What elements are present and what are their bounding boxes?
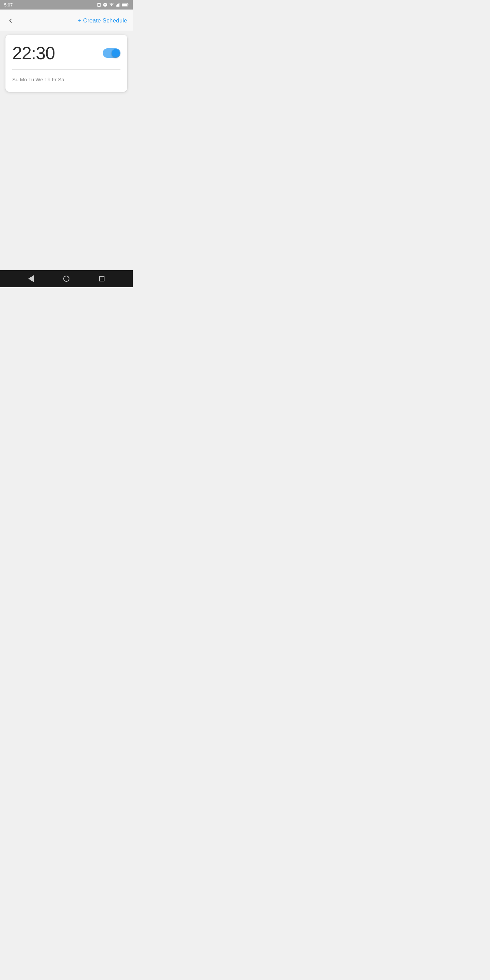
card-top-row: 22:30 [12,43,121,63]
back-button[interactable] [5,16,16,26]
back-arrow-icon [7,17,14,24]
svg-rect-9 [127,4,128,5]
signal-icon [116,3,121,7]
toggle-thumb [111,49,120,57]
svg-rect-4 [116,5,117,6]
nav-recents-button[interactable] [96,273,107,284]
dnd-icon [103,2,108,7]
top-navigation-bar: + Create Schedule [0,10,133,30]
days-row: Su Mo Tu We Th Fr Sa [12,76,121,82]
recent-square-icon [99,276,105,282]
svg-rect-3 [104,5,106,5]
nav-back-button[interactable] [25,272,37,285]
wifi-icon [109,3,115,7]
svg-rect-1 [98,4,100,6]
home-circle-icon [63,275,69,282]
svg-rect-10 [122,4,127,6]
bottom-navigation [0,270,133,287]
toggle-container[interactable] [103,48,121,58]
status-icons [97,2,129,7]
schedule-card[interactable]: 22:30 Su Mo Tu We Th Fr Sa [5,35,127,92]
back-triangle-icon [28,275,34,282]
svg-rect-5 [117,5,118,7]
create-schedule-button[interactable]: + Create Schedule [78,18,127,24]
battery-icon [122,3,129,7]
sim-icon [97,2,102,7]
schedule-toggle[interactable] [103,48,121,58]
status-time: 5:07 [4,2,13,8]
svg-rect-7 [119,3,121,6]
days-label: Su Mo Tu We Th Fr Sa [12,76,64,82]
schedule-time: 22:30 [12,43,55,63]
status-bar: 5:07 [0,0,133,10]
svg-rect-6 [118,4,119,7]
main-content: 22:30 Su Mo Tu We Th Fr Sa [0,30,133,270]
card-divider [12,69,121,70]
nav-home-button[interactable] [60,273,72,285]
